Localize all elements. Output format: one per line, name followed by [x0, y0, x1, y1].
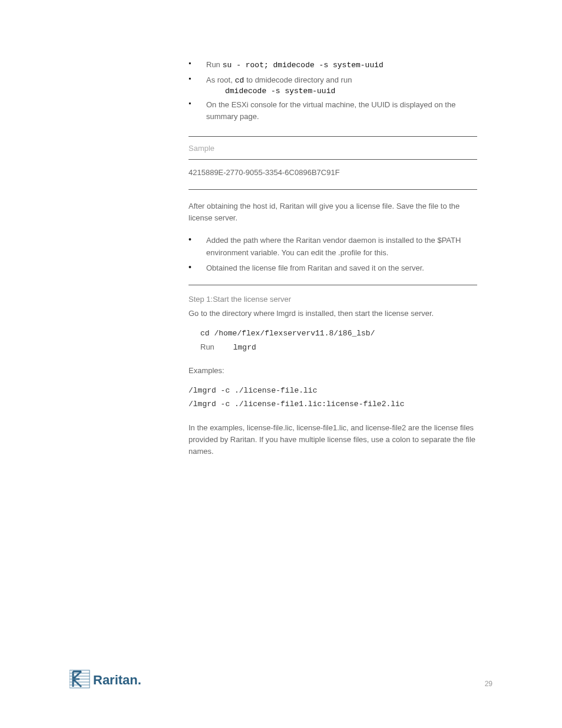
bullet-item-1: ▪ Run su - root; dmidecode -s system-uui… [189, 59, 477, 71]
round-bullet-icon: • [189, 235, 206, 244]
section-divider [189, 285, 477, 285]
bullet1-lead: Run [206, 60, 220, 69]
bullet-group-2: • Added the path where the Raritan vendo… [189, 235, 477, 274]
example-cmd-2: /lmgrd -c ./license-file1.lic:license-fi… [189, 397, 477, 411]
raritan-wordmark-icon: Raritan. [70, 667, 164, 691]
page-number: 29 [485, 680, 492, 688]
brand-logo: Raritan. [70, 667, 164, 691]
bullet2-codeB: dmidecode -s system-uuid [225, 87, 335, 95]
step1-heading: Step 1:Start the license server [189, 294, 477, 305]
cmd-line-cd: cd /home/flex/flexserverv11.8/i86_lsb/ [200, 327, 477, 340]
cmd-lmgrd: lmgrd [233, 341, 256, 354]
square-bullet-icon: ▪ [189, 74, 206, 83]
command-block-examples: /lmgrd -c ./license-file.lic /lmgrd -c .… [189, 384, 477, 411]
bullet-x1-text: Added the path where the Raritan vendor … [206, 235, 477, 258]
bullet-item-3: ▪ On the ESXi console for the virtual ma… [189, 99, 477, 122]
square-bullet-icon: ▪ [189, 59, 206, 67]
sample-table: Sample 4215889E-2770-9055-3354-6C0896B7C… [189, 136, 477, 190]
bullet-x2-text: Obtained the license file from Raritan a… [206, 262, 477, 274]
step1-paragraph: Go to the directory where lmgrd is insta… [189, 308, 477, 319]
round-bullet-item-1: • Added the path where the Raritan vendo… [189, 235, 477, 258]
table-data-cell: 4215889E-2770-9055-3354-6C0896B7C91F [189, 160, 477, 190]
cmd-lead-run: Run [200, 342, 214, 351]
square-bullet-icon: ▪ [189, 99, 206, 107]
bullet-group-1: ▪ Run su - root; dmidecode -s system-uui… [189, 59, 477, 122]
examples-note: In the examples, license-file.lic, licen… [189, 422, 477, 457]
table-heading-label: Sample [189, 144, 214, 153]
bullet3-text: On the ESXi console for the virtual mach… [206, 100, 455, 121]
command-block-1: cd /home/flex/flexserverv11.8/i86_lsb/ R… [200, 327, 477, 354]
round-bullet-icon: • [189, 262, 206, 272]
bullet2-codeA: cd [235, 76, 244, 85]
examples-heading: Examples: [189, 365, 477, 377]
svg-text:Raritan.: Raritan. [93, 673, 141, 687]
after-table-paragraph: After obtaining the host id, Raritan wil… [189, 200, 477, 224]
bullet2-lead: As root, [206, 75, 233, 84]
table-header-row: Sample [189, 136, 477, 160]
bullet2-mid: to dmidecode directory and run [246, 75, 352, 84]
example-cmd-1: /lmgrd -c ./license-file.lic [189, 384, 477, 397]
bullet-item-2: ▪ As root, cd to dmidecode directory and… [189, 74, 477, 96]
round-bullet-item-2: • Obtained the license file from Raritan… [189, 262, 477, 274]
bullet1-code: su - root; dmidecode -s system-uuid [223, 61, 384, 70]
